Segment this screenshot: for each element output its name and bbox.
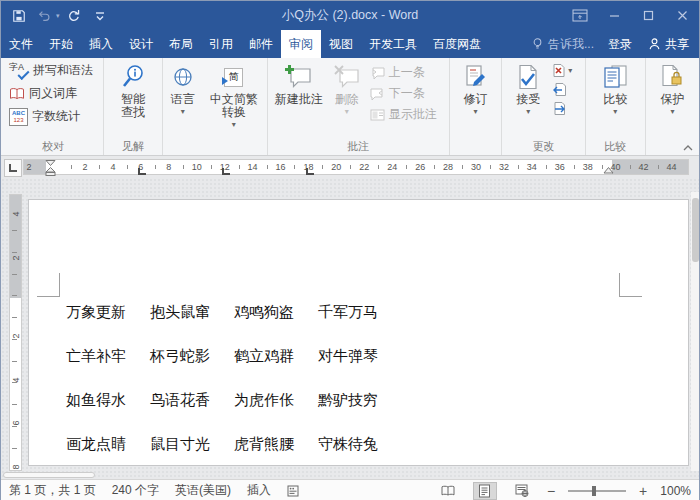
tab-label: 开始 — [49, 36, 73, 53]
reject-button[interactable]: ▾ — [549, 61, 575, 80]
group-label-proofing: 校对 — [3, 139, 103, 154]
tab-stop-marker[interactable] — [138, 168, 146, 175]
h-ruler-tick — [239, 165, 240, 169]
macro-record-icon[interactable] — [287, 485, 299, 497]
collapse-ribbon-button[interactable] — [683, 145, 693, 151]
dropdown-caret: ▾ — [526, 108, 530, 115]
h-ruler-number: 14 — [246, 159, 260, 175]
next-change-button[interactable] — [549, 99, 575, 118]
zoom-slider-thumb[interactable] — [592, 486, 596, 496]
tab-references[interactable]: 引用 — [201, 30, 241, 58]
hanging-indent-marker[interactable] — [45, 167, 56, 176]
undo-caret[interactable]: ▾ — [56, 12, 60, 20]
next-comment-button: 下一条 — [367, 83, 440, 104]
tell-me-box[interactable]: 告诉我... — [527, 36, 598, 53]
idiom-text: 虎背熊腰 — [234, 435, 294, 452]
language-button[interactable]: 语言 ▾ — [167, 60, 199, 115]
minimize-button[interactable] — [597, 1, 631, 30]
h-ruler-tick — [155, 165, 156, 169]
insert-mode-indicator[interactable]: 插入 — [247, 482, 271, 499]
tab-developer[interactable]: 开发工具 — [361, 30, 425, 58]
tab-mailings[interactable]: 邮件 — [241, 30, 281, 58]
read-mode-view-button[interactable] — [436, 482, 460, 500]
redo-button[interactable] — [62, 5, 86, 27]
tab-stop-marker[interactable] — [222, 168, 230, 175]
tab-stop-marker[interactable] — [306, 168, 314, 175]
tab-design[interactable]: 设计 — [121, 30, 161, 58]
document-text-line[interactable]: 如鱼得水鸟语花香为虎作伥黔驴技穷 — [66, 391, 378, 408]
tab-layout[interactable]: 布局 — [161, 30, 201, 58]
v-ruler-number: 2 — [11, 331, 21, 342]
save-button[interactable] — [7, 5, 31, 27]
idiom-text: 如鱼得水 — [66, 391, 126, 408]
web-layout-view-button[interactable] — [510, 482, 534, 500]
undo-button[interactable] — [33, 5, 57, 27]
word-count-indicator[interactable]: 240 个字 — [112, 482, 159, 499]
v-ruler-tick — [12, 448, 17, 449]
document-text-line[interactable]: 万象更新抱头鼠窜鸡鸣狗盗千军万马 — [66, 303, 378, 320]
lightbulb-icon — [531, 37, 544, 51]
track-changes-label: 修订 — [463, 93, 487, 106]
tab-view[interactable]: 视图 — [321, 30, 361, 58]
vertical-scrollbar-thumb[interactable] — [692, 198, 699, 262]
ribbon-display-options-button[interactable] — [563, 1, 597, 30]
compare-button[interactable]: 比较 ▾ — [597, 60, 633, 115]
spelling-grammar-button[interactable]: 字A 拼写和语法 — [6, 60, 96, 81]
v-ruler-tick — [12, 295, 17, 296]
zoom-in-button[interactable]: + — [639, 485, 647, 497]
zoom-slider[interactable] — [568, 490, 626, 492]
share-button[interactable]: 共享 — [642, 36, 695, 53]
document-page[interactable]: 万象更新抱头鼠窜鸡鸣狗盗千军万马亡羊补牢杯弓蛇影鹤立鸡群对牛弹琴如鱼得水鸟语花香… — [28, 199, 689, 466]
customize-qat-button[interactable] — [88, 5, 112, 27]
thesaurus-button[interactable]: 同义词库 — [6, 83, 80, 104]
accept-button[interactable]: 接受 ▾ — [511, 60, 545, 115]
next-comment-label: 下一条 — [389, 85, 425, 102]
quick-access-toolbar: ▾ — [1, 5, 112, 27]
word-count-icon: ABC123 — [9, 108, 28, 126]
tab-insert[interactable]: 插入 — [81, 30, 121, 58]
zoom-out-button[interactable]: − — [547, 485, 555, 497]
new-comment-button[interactable]: 新建批注 — [271, 60, 327, 106]
tab-baidu-netdisk[interactable]: 百度网盘 — [425, 30, 489, 58]
vertical-scrollbar[interactable] — [691, 192, 699, 471]
previous-change-button[interactable] — [549, 80, 575, 99]
tab-file[interactable]: 文件 — [1, 30, 41, 58]
dropdown-caret: ▾ — [670, 108, 674, 115]
tab-review[interactable]: 审阅 — [281, 30, 321, 58]
h-ruler-number: 44 — [664, 159, 678, 175]
first-line-indent-marker[interactable] — [45, 160, 56, 166]
page-indicator[interactable]: 第 1 页，共 1 页 — [9, 482, 96, 499]
tab-selector[interactable] — [4, 159, 22, 177]
h-ruler-tick — [211, 165, 212, 169]
track-changes-button[interactable]: 修订 ▾ — [458, 60, 492, 115]
maximize-button[interactable] — [631, 1, 665, 30]
v-ruler-number: 8 — [11, 461, 21, 472]
right-indent-marker[interactable] — [603, 167, 614, 174]
delete-comment-label: 删除 — [335, 93, 359, 106]
protect-button[interactable]: 保护 ▾ — [656, 60, 688, 115]
print-layout-view-button[interactable] — [473, 482, 497, 500]
chinese-conversion-button[interactable]: 简 中文简繁转换 ▾ — [205, 60, 263, 128]
v-ruler-tick — [12, 317, 17, 318]
close-button[interactable] — [665, 1, 699, 30]
zoom-level[interactable]: 100% — [660, 484, 691, 498]
h-ruler-number: 30 — [469, 159, 483, 175]
sign-in-button[interactable]: 登录 — [602, 36, 638, 53]
ribbon: 字A 拼写和语法 同义词库 ABC123 字数统计 校对 — [1, 58, 699, 156]
smart-lookup-button[interactable]: 智能查找 — [116, 60, 150, 119]
h-ruler-tick — [267, 165, 268, 169]
tab-label: 布局 — [169, 36, 193, 53]
language-indicator[interactable]: 英语(美国) — [175, 482, 231, 499]
tab-label: 审阅 — [289, 36, 313, 53]
horizontal-scrollbar-thumb[interactable] — [3, 472, 95, 478]
h-ruler-number: 22 — [357, 159, 371, 175]
group-label-changes: 更改 — [502, 139, 585, 154]
language-globe-icon — [172, 62, 194, 92]
document-text-line[interactable]: 画龙点睛鼠目寸光虎背熊腰守株待兔 — [66, 435, 378, 452]
document-text-line[interactable]: 亡羊补牢杯弓蛇影鹤立鸡群对牛弹琴 — [66, 347, 378, 364]
tab-home[interactable]: 开始 — [41, 30, 81, 58]
tab-label: 邮件 — [249, 36, 273, 53]
idiom-text: 千军万马 — [318, 303, 378, 320]
word-count-button[interactable]: ABC123 字数统计 — [6, 106, 83, 127]
idiom-text: 对牛弹琴 — [318, 347, 378, 364]
